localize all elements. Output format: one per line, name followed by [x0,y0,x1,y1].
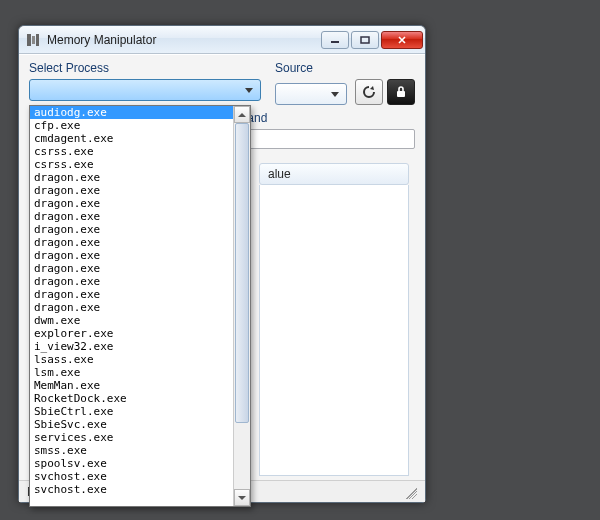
process-option[interactable]: SbieSvc.exe [30,418,233,431]
process-option[interactable]: RocketDock.exe [30,392,233,405]
chevron-up-icon [238,113,246,117]
lock-button[interactable] [387,79,415,105]
process-option[interactable]: dragon.exe [30,249,233,262]
scroll-thumb[interactable] [235,123,249,423]
process-combobox[interactable] [29,79,261,101]
resize-grip[interactable] [403,485,417,499]
from-and-label: m and [234,111,415,125]
process-option[interactable]: smss.exe [30,444,233,457]
refresh-icon [361,84,377,100]
process-option[interactable]: audiodg.exe [30,106,233,119]
process-option[interactable]: dragon.exe [30,184,233,197]
lock-icon [394,85,408,99]
refresh-button[interactable] [355,79,383,105]
process-option[interactable]: i_view32.exe [30,340,233,353]
results-list[interactable] [259,185,409,476]
process-option[interactable]: dragon.exe [30,171,233,184]
chevron-down-icon [331,92,339,97]
process-option[interactable]: spoolsv.exe [30,457,233,470]
scroll-up-button[interactable] [234,106,250,123]
source-group: Source [275,61,415,105]
chevron-down-icon [245,88,253,93]
process-option[interactable]: SbieCtrl.exe [30,405,233,418]
source-icon-buttons [355,79,415,105]
process-option[interactable]: dragon.exe [30,288,233,301]
source-combobox[interactable] [275,83,347,105]
process-option[interactable]: csrss.exe [30,145,233,158]
process-option[interactable]: svchost.exe [30,470,233,483]
process-option[interactable]: dragon.exe [30,262,233,275]
process-option[interactable]: csrss.exe [30,158,233,171]
process-option[interactable]: cmdagent.exe [30,132,233,145]
process-option[interactable]: MemMan.exe [30,379,233,392]
range-field[interactable] [234,129,415,149]
process-option[interactable]: dragon.exe [30,197,233,210]
svg-rect-5 [397,91,405,97]
svg-rect-2 [36,34,39,46]
dropdown-scrollbar[interactable] [233,106,250,506]
value-column-header[interactable]: alue [259,163,409,185]
process-option[interactable]: dwm.exe [30,314,233,327]
process-option[interactable]: dragon.exe [30,301,233,314]
process-group: Select Process [29,61,261,105]
process-option[interactable]: services.exe [30,431,233,444]
process-dropdown: audiodg.execfp.execmdagent.execsrss.exec… [29,105,251,507]
svg-rect-3 [331,41,339,43]
svg-rect-0 [27,34,31,46]
maximize-button[interactable] [351,31,379,49]
app-window: Memory Manipulator Select Process [18,25,426,503]
value-column-label: alue [268,167,291,181]
select-process-label: Select Process [29,61,261,75]
process-option[interactable]: dragon.exe [30,236,233,249]
process-option[interactable]: dragon.exe [30,223,233,236]
svg-rect-1 [32,36,35,44]
process-option[interactable]: dragon.exe [30,275,233,288]
top-row: Select Process Source [29,61,415,105]
process-dropdown-list[interactable]: audiodg.execfp.execmdagent.execsrss.exec… [30,106,233,506]
client-area: Select Process Source [19,54,425,480]
process-option[interactable]: lsm.exe [30,366,233,379]
process-combo-arrow[interactable] [240,81,258,99]
scroll-down-button[interactable] [234,489,250,506]
titlebar[interactable]: Memory Manipulator [19,26,425,54]
process-option[interactable]: svchost.exe [30,483,233,496]
source-combo-arrow[interactable] [326,85,344,103]
chevron-down-icon [238,496,246,500]
source-label: Source [275,61,415,75]
process-option[interactable]: cfp.exe [30,119,233,132]
close-button[interactable] [381,31,423,49]
minimize-button[interactable] [321,31,349,49]
process-option[interactable]: dragon.exe [30,210,233,223]
process-option[interactable]: explorer.exe [30,327,233,340]
window-buttons [321,31,423,49]
svg-rect-4 [361,37,369,43]
app-icon [25,32,41,48]
window-title: Memory Manipulator [47,33,321,47]
process-option[interactable]: lsass.exe [30,353,233,366]
